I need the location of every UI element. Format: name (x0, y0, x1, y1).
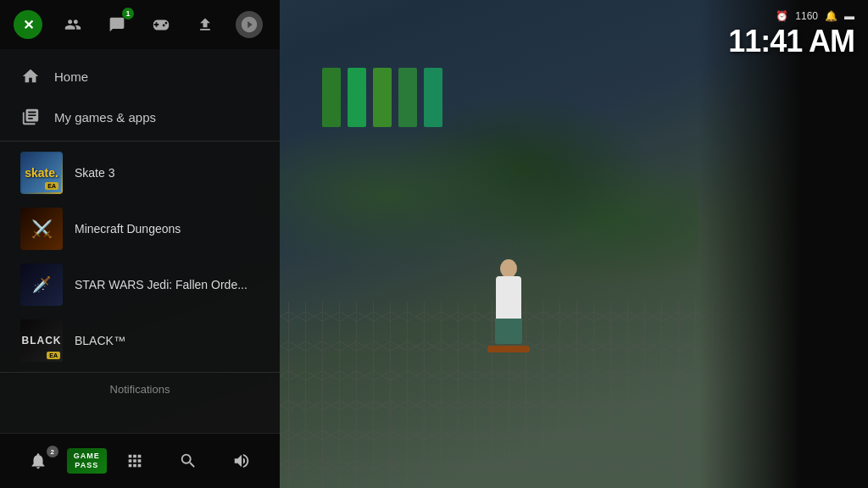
banner-2 (348, 68, 366, 127)
game-item-black[interactable]: BLACK EA BLACK™ (0, 313, 280, 369)
volume-button[interactable] (216, 442, 266, 480)
store-icon (125, 452, 144, 470)
background-banners (322, 68, 442, 127)
xbox-symbol: ✕ (23, 17, 34, 33)
library-icon (20, 107, 41, 127)
divider-1 (0, 141, 280, 141)
ea-badge-skate3: EA (45, 182, 58, 190)
banner-4 (398, 68, 417, 127)
search-button[interactable] (164, 442, 214, 480)
menu-item-my-games-apps[interactable]: My games & apps (0, 97, 280, 137)
status-bar: ⏰ 1160 🔔 ▬ 11:41 AM (728, 10, 854, 59)
banner-5 (424, 68, 442, 127)
gamepass-line2: PASS (74, 461, 100, 470)
nav-messages-button[interactable]: 1 (103, 11, 131, 38)
ea-badge-black: EA (47, 352, 60, 359)
status-icons: ⏰ 1160 🔔 ▬ (776, 10, 854, 22)
messages-icon (108, 16, 125, 33)
skater-head (500, 259, 517, 278)
minecraft-dungeons-name: Minecraft Dungeons (75, 222, 181, 236)
xbox-logo-button[interactable]: ✕ (14, 10, 42, 39)
background-wall (698, 0, 868, 488)
nav-controller-button[interactable] (147, 11, 175, 38)
bell-button[interactable]: 2 (14, 442, 64, 480)
bottom-bar: 2 GAME PASS (0, 433, 280, 488)
nav-people-button[interactable] (59, 11, 86, 38)
bell-badge: 2 (47, 446, 58, 458)
home-icon (20, 66, 41, 86)
black-thumbnail: BLACK EA (20, 319, 63, 362)
notifications-section: Notifications (0, 372, 280, 406)
menu-items: Home My games & apps skate. EA Skate 3 (0, 49, 280, 433)
sidebar: ✕ 1 (0, 0, 280, 488)
notifications-label: Notifications (110, 383, 170, 396)
skate3-thumbnail: skate. EA (20, 152, 63, 194)
skater-pants (495, 319, 522, 344)
game-item-skate3[interactable]: skate. EA Skate 3 (0, 145, 280, 201)
clock-display: 11:41 AM (728, 24, 854, 59)
star-wars-jedi-name: STAR WARS Jedi: Fallen Orde... (75, 278, 248, 291)
controller-icon (152, 18, 170, 31)
gamepass-button[interactable]: GAME PASS (67, 448, 107, 474)
bell-icon (29, 452, 47, 470)
banner-1 (322, 68, 341, 127)
alarm-icon: ⏰ (776, 10, 788, 22)
my-games-apps-label: My games & apps (54, 110, 156, 125)
profile-avatar-icon (240, 15, 259, 34)
game-item-minecraft-dungeons[interactable]: ⚔️ Minecraft Dungeons (0, 201, 280, 257)
people-icon (64, 16, 81, 33)
banner-3 (373, 68, 392, 127)
home-label: Home (54, 69, 88, 84)
black-name: BLACK™ (75, 334, 125, 347)
minecraft-dungeons-thumbnail: ⚔️ (20, 208, 63, 250)
star-wars-jedi-thumbnail: 🗡️ (20, 263, 63, 306)
skate3-name: Skate 3 (75, 166, 114, 180)
background-trees (254, 68, 698, 322)
gamepass-line1: GAME (74, 452, 100, 461)
nav-profile-button[interactable] (236, 11, 263, 38)
skater-board (487, 346, 530, 352)
messages-badge: 1 (122, 8, 134, 19)
battery-icon: ▬ (844, 10, 854, 22)
status-points: 1160 (795, 10, 818, 22)
skater-character (483, 242, 534, 352)
search-icon (179, 452, 198, 470)
notification-icon: 🔔 (825, 10, 837, 22)
store-button[interactable] (110, 442, 160, 480)
volume-icon (232, 452, 251, 470)
game-item-star-wars-jedi[interactable]: 🗡️ STAR WARS Jedi: Fallen Orde... (0, 257, 280, 313)
menu-item-home[interactable]: Home (0, 56, 280, 97)
top-navigation: ✕ 1 (0, 0, 280, 49)
nav-upload-button[interactable] (192, 11, 219, 38)
upload-icon (197, 16, 214, 33)
